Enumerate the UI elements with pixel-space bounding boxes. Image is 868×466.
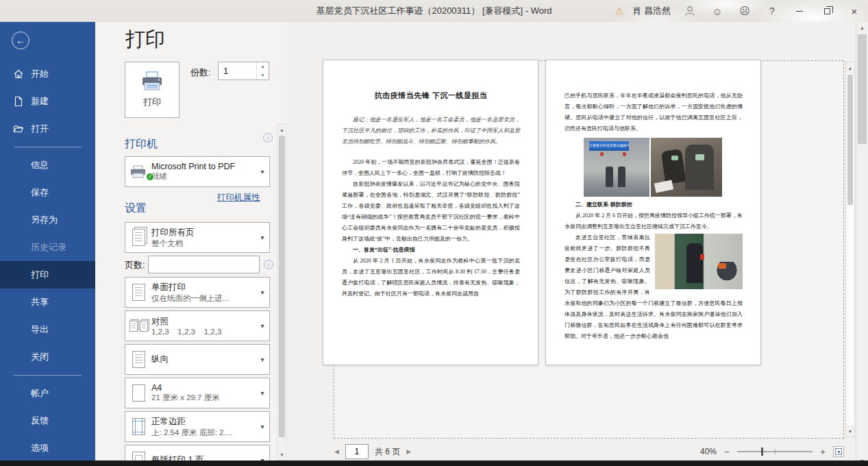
main-scrollbar[interactable]: ▲ ▼ — [856, 22, 868, 466]
printer-name: Microsoft Print to PDF — [151, 162, 256, 171]
restore-icon — [824, 8, 830, 14]
sidebar-item-save-as[interactable]: 另存为 — [0, 206, 95, 234]
smiley-feedback-icon[interactable]: ☺ — [704, 0, 731, 22]
collation-selector[interactable]: 对照 1,2,3 1,2,3 1,2,3 ▾ — [125, 310, 270, 341]
scroll-down-icon[interactable]: ▼ — [846, 426, 854, 437]
document-photos: 五团里社区党员群众服务中心 — [584, 138, 743, 197]
printer-small-icon — [129, 165, 147, 179]
printer-properties-link[interactable]: 打印机属性 — [217, 192, 260, 204]
copies-input[interactable] — [219, 62, 256, 79]
pages-label: 页数: — [125, 259, 145, 271]
page-title: 打印 — [125, 26, 165, 53]
margins-selector[interactable]: 正常边距 上: 2.54 厘米 底部: 2.... ▾ — [125, 411, 270, 442]
account-avatar-icon[interactable] — [676, 0, 704, 22]
print-settings-panel: 打印 打印 份数: ▲ ▼ 打印机 i ✓ Mi — [95, 22, 288, 466]
zoom-slider-thumb[interactable] — [761, 447, 763, 456]
phone-duty-photo — [651, 138, 722, 197]
community-sign: 五团里社区党员群众服务中心 — [589, 141, 629, 151]
margins-icon — [132, 418, 145, 435]
copies-label: 份数: — [190, 66, 211, 79]
preview-page-2: 己的手机与居民联系，常常在半夜或凌晨都会接到居民的电话，他从无怨言，每次都耐心细… — [545, 60, 761, 365]
sidebar-item-feedback[interactable]: 反馈 — [0, 407, 95, 434]
paper-size-icon — [132, 384, 145, 402]
copies-stepper[interactable]: ▲ ▼ — [218, 62, 269, 80]
current-page-input[interactable] — [345, 444, 369, 459]
sidebar-item-history: 历史记录 — [0, 234, 95, 261]
frown-feedback-icon[interactable]: ☹ — [731, 0, 758, 22]
duplex-selector[interactable]: 单面打印 仅在纸面的一侧上进... ▾ — [125, 277, 270, 308]
sidebar-item-open[interactable]: 打开 — [0, 115, 95, 143]
chevron-down-icon: ▾ — [256, 289, 269, 296]
paper-size-selector[interactable]: A4 21 厘米 x 29.7 厘米 ▾ — [125, 378, 270, 408]
printer-status: 就绪 — [151, 171, 256, 182]
chevron-down-icon: ▾ — [256, 234, 269, 241]
back-button[interactable]: ← — [12, 32, 29, 49]
zoom-slider[interactable] — [737, 447, 813, 456]
document-section-heading: 一、首发“出征”·抗击疫情 — [342, 245, 520, 256]
help-icon[interactable]: ? — [758, 0, 786, 22]
printer-ready-check-icon: ✓ — [146, 173, 154, 181]
preview-page-1: 抗击疫情当先锋 下沉一线显担当 题记：他是一名退役军人，他是一名工会委员，他是一… — [323, 60, 538, 365]
sidebar-item-account[interactable]: 帐户 — [0, 380, 95, 407]
close-button[interactable]: × — [841, 0, 868, 22]
minimize-icon — [796, 11, 803, 12]
sidebar-item-save[interactable]: 保存 — [0, 179, 95, 206]
document-paragraph-with-photo: 走进五合里社区，意味着离抗疫前线更进了一步。群防群控不再是坐在社区办公室拨打电话… — [565, 232, 743, 342]
restore-button[interactable] — [813, 0, 841, 22]
chevron-down-icon: ▾ — [256, 423, 269, 430]
chevron-down-icon: ▾ — [256, 322, 269, 330]
printer-heading: 打印机 — [125, 137, 158, 151]
zoom-out-icon[interactable]: − — [723, 447, 731, 457]
scroll-down-icon[interactable]: ▼ — [277, 449, 286, 460]
copies-decrement-icon[interactable]: ▼ — [257, 71, 269, 80]
settings-scrollbar-thumb[interactable] — [279, 136, 285, 437]
print-range-selector[interactable]: 打印所有页 整个文档 ▾ — [125, 222, 270, 253]
scroll-up-icon[interactable]: ▲ — [856, 22, 868, 33]
printer-selector[interactable]: ✓ Microsoft Print to PDF 就绪 ▾ — [125, 156, 270, 187]
preview-status-bar: ◀ 共 6 页 ▶ 40% − + — [288, 441, 856, 462]
previous-page-icon[interactable]: ◀ — [334, 448, 339, 455]
sidebar-item-close-doc[interactable]: 关闭 — [0, 343, 95, 371]
settings-heading: 设置 — [125, 201, 147, 216]
preview-inner-scrollbar[interactable]: ▲ ▼ — [845, 62, 855, 437]
print-preview-area: 抗击疫情当先锋 下沉一线显担当 题记：他是一名退役军人，他是一名工会委员，他是一… — [288, 22, 868, 466]
next-page-icon[interactable]: ▶ — [406, 448, 411, 455]
sidebar-item-export[interactable]: 导出 — [0, 316, 95, 343]
document-paragraph: 从 2020 年 2 月 6 日开始，按照局疫情防控领导小组工作统一部署，肖永俊… — [565, 210, 743, 232]
minimize-button[interactable] — [786, 0, 813, 22]
printer-icon — [140, 71, 164, 92]
orientation-selector[interactable]: 纵向 ▾ — [125, 344, 270, 375]
sidebar-divider — [14, 375, 82, 376]
chevron-down-icon: ▾ — [256, 389, 269, 397]
chevron-down-icon: ▾ — [256, 168, 269, 175]
print-button[interactable]: 打印 — [125, 62, 179, 118]
door-inspection-photo — [655, 234, 743, 289]
title-bar: 基层党员下沉社区工作事迹（20200311） [兼容模式] - Word ⚠ 肖… — [0, 0, 868, 22]
sidebar-item-print[interactable]: 打印 — [0, 261, 95, 289]
warning-icon: ⚠ — [608, 0, 631, 22]
community-entrance-photo: 五团里社区党员群众服务中心 — [584, 138, 649, 197]
portrait-orientation-icon — [132, 351, 145, 368]
collated-icon — [129, 321, 148, 332]
sidebar-item-share[interactable]: 共享 — [0, 289, 95, 316]
preview-scrollbar-thumb[interactable] — [847, 75, 853, 205]
zoom-in-icon[interactable]: + — [819, 447, 827, 457]
sidebar-item-options[interactable]: 选项 — [0, 434, 95, 462]
chevron-down-icon: ▾ — [256, 356, 269, 363]
print-all-pages-icon — [132, 229, 145, 246]
one-sided-print-icon — [132, 284, 145, 301]
copies-increment-icon[interactable]: ▲ — [257, 62, 269, 71]
sidebar-item-info[interactable]: 信息 — [0, 151, 95, 179]
printer-info-icon[interactable]: i — [263, 133, 273, 143]
account-user-name[interactable]: 肖 昌浩然 — [631, 0, 676, 22]
pages-info-icon[interactable]: i — [264, 260, 273, 269]
pages-range-input[interactable] — [148, 256, 260, 273]
zoom-to-page-button[interactable] — [833, 446, 844, 457]
sidebar-item-home[interactable]: 开始 — [0, 60, 95, 88]
scroll-up-icon[interactable]: ▲ — [846, 62, 854, 73]
sidebar-item-new[interactable]: 新建 — [0, 88, 95, 115]
scroll-up-icon[interactable]: ▲ — [277, 124, 286, 135]
main-scrollbar-thumb[interactable] — [858, 34, 867, 144]
page-count-label: 共 6 页 — [375, 446, 400, 458]
settings-scrollbar[interactable]: ▲ ▼ — [277, 123, 287, 461]
